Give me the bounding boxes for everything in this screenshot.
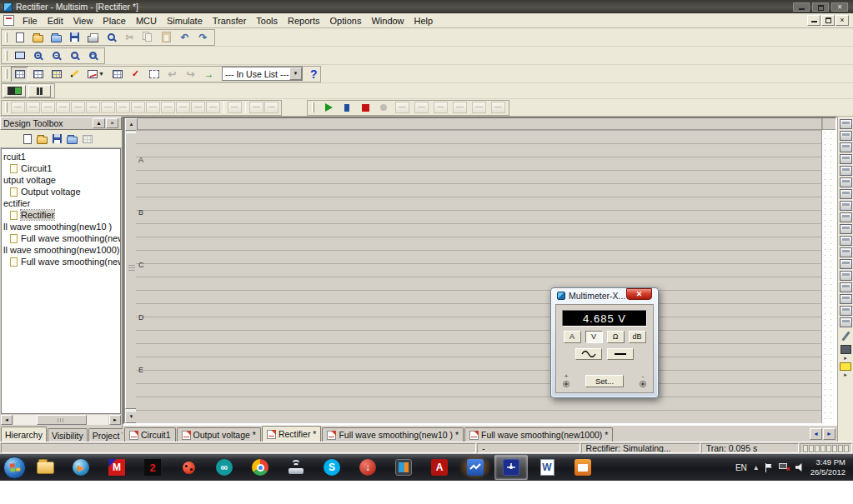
taskbar-mplab[interactable]: M <box>100 455 133 480</box>
taskbar-adobe-reader[interactable]: A <box>423 455 456 480</box>
panel-collapse-button[interactable]: ▴ <box>93 118 105 128</box>
open-file-button[interactable] <box>29 30 47 45</box>
menu-help[interactable]: Help <box>409 14 439 27</box>
new-design-icon[interactable] <box>23 134 32 144</box>
erc-check-button[interactable]: ✓ <box>127 67 144 82</box>
minimize-button[interactable] <box>793 2 810 12</box>
sheet-tab-full-wave-new10[interactable]: Full wave smoothing(new10 ) * <box>322 427 464 442</box>
tree-item-selected[interactable]: Rectifier <box>2 209 120 221</box>
labview-instrument-icon[interactable] <box>840 362 851 371</box>
menu-file[interactable]: File <box>18 14 43 27</box>
distortion-analyzer-icon[interactable] <box>840 247 852 257</box>
close-button[interactable]: ✕ <box>831 2 848 12</box>
tree-item[interactable]: ectifier <box>2 197 120 209</box>
design-tree[interactable]: rcuit1 Circuit1 utput voltage Output vol… <box>1 148 121 414</box>
taskbar-ladybug-app[interactable] <box>172 455 205 480</box>
agilent-multimeter-icon[interactable] <box>840 294 852 304</box>
network-analyzer-icon[interactable] <box>840 271 852 281</box>
zoom-fit-button[interactable]: ◻ <box>84 48 102 63</box>
action-center-flag-icon[interactable] <box>765 463 773 472</box>
multimeter-ohm-button[interactable]: Ω <box>607 331 625 343</box>
four-channel-scope-icon[interactable] <box>840 166 852 176</box>
menu-tools[interactable]: Tools <box>251 14 283 27</box>
tab-scroll-right-button[interactable]: ► <box>823 428 835 440</box>
grapher-button[interactable]: ▼ <box>84 67 108 82</box>
in-use-list-dropdown[interactable]: --- In Use List --- ▼ <box>222 67 303 81</box>
measurement-probe-icon[interactable] <box>841 331 850 341</box>
tree-item[interactable]: Full wave smoothing(new10 ) <box>2 232 120 244</box>
menu-edit[interactable]: Edit <box>43 14 68 27</box>
toggle-design-toolbox-button[interactable] <box>11 67 28 82</box>
function-generator-icon[interactable] <box>840 131 852 141</box>
toolbar-drag-handle[interactable] <box>5 32 8 42</box>
panel-close-button[interactable]: × <box>106 118 118 128</box>
iv-analyzer-icon[interactable] <box>840 236 852 246</box>
export-button[interactable]: → <box>200 67 218 82</box>
sheet-tab-output-voltage[interactable]: Output voltage * <box>177 427 261 442</box>
sheet-tab-circuit1[interactable]: Circuit1 <box>124 427 176 442</box>
multimeter-positive-terminal[interactable]: + <box>563 372 570 387</box>
zoom-area-button[interactable]: □ <box>66 48 83 63</box>
multimeter-volt-button[interactable]: V <box>585 331 603 343</box>
multimeter-close-button[interactable]: ✕ <box>626 288 652 300</box>
open-design-icon[interactable] <box>37 137 48 144</box>
save-button[interactable] <box>66 30 83 45</box>
taskbar-download-manager[interactable]: ↓ <box>351 455 384 480</box>
multimeter-ampere-button[interactable]: A <box>564 331 581 343</box>
tree-item[interactable]: Circuit1 <box>2 162 120 174</box>
fullscreen-button[interactable] <box>11 48 28 63</box>
tree-item[interactable]: ll wave smoothing(new10 ) <box>2 221 120 232</box>
logic-analyzer-icon[interactable] <box>840 212 852 222</box>
expand-arrow-icon[interactable]: ▸ <box>844 372 847 377</box>
taskbar-pickit2[interactable]: 2 <box>136 455 169 480</box>
zoom-in-button[interactable]: + <box>29 48 47 63</box>
vertical-scrollbar[interactable]: ▲ ▼ <box>124 118 136 423</box>
database-manager-button[interactable] <box>48 67 65 82</box>
tab-scroll-left-button[interactable]: ◄ <box>810 428 822 440</box>
scroll-thumb[interactable] <box>37 415 87 425</box>
volume-icon[interactable] <box>795 463 805 472</box>
multimeter-negative-terminal[interactable]: - <box>640 372 646 387</box>
print-preview-button[interactable] <box>103 30 120 45</box>
tree-item[interactable]: rcuit1 <box>2 151 120 162</box>
capture-area-button[interactable] <box>145 67 163 82</box>
toolbar-drag-handle[interactable] <box>5 51 8 61</box>
spreadsheet-view-button[interactable] <box>29 67 47 82</box>
taskbar-wireless-router[interactable] <box>279 455 313 480</box>
taskbar-clock[interactable]: 3:49 PM 26/5/2012 <box>810 457 845 477</box>
zoom-out-button[interactable]: − <box>48 48 65 63</box>
logic-converter-icon[interactable] <box>840 224 852 234</box>
scroll-up-arrow[interactable]: ▲ <box>125 118 138 131</box>
menu-reports[interactable]: Reports <box>283 14 325 27</box>
wattmeter-icon[interactable] <box>840 142 852 152</box>
taskbar-messenger[interactable] <box>459 455 492 480</box>
multimeter-db-button[interactable]: dB <box>629 331 646 343</box>
agilent-scope-icon[interactable] <box>840 306 852 316</box>
tree-item[interactable]: utput voltage <box>2 174 120 186</box>
restore-button[interactable] <box>812 2 829 12</box>
toolbar-drag-handle[interactable] <box>5 102 8 112</box>
expand-arrow-icon[interactable]: ▸ <box>844 356 847 361</box>
multimeter-set-button[interactable]: Set... <box>585 375 624 387</box>
taskbar-skype[interactable]: S <box>315 455 349 480</box>
toolbar-drag-handle[interactable] <box>312 102 314 112</box>
tab-visibility[interactable]: Visibility <box>48 428 88 442</box>
scroll-left-arrow[interactable]: ◄ <box>1 415 13 425</box>
menu-transfer[interactable]: Transfer <box>208 14 252 27</box>
menu-window[interactable]: Window <box>366 14 409 27</box>
tab-hierarchy[interactable]: Hierarchy <box>1 427 47 442</box>
print-button[interactable] <box>84 30 102 45</box>
multimeter-dc-mode-button[interactable] <box>607 348 634 360</box>
multimeter-ac-mode-button[interactable] <box>575 348 602 360</box>
agilent-generator-icon[interactable] <box>840 282 852 292</box>
pause-switch-button[interactable] <box>28 85 51 97</box>
start-button[interactable] <box>3 457 26 479</box>
oscilloscope-icon[interactable] <box>840 154 852 164</box>
multimeter-instrument-icon[interactable] <box>840 119 852 129</box>
new-file-button[interactable] <box>11 30 28 45</box>
frequency-counter-icon[interactable] <box>840 189 852 199</box>
taskbar-presentation[interactable] <box>566 455 600 480</box>
open-samples-button[interactable] <box>48 30 65 45</box>
language-indicator[interactable]: EN <box>735 463 747 472</box>
taskbar-multisim-active[interactable] <box>494 455 528 480</box>
